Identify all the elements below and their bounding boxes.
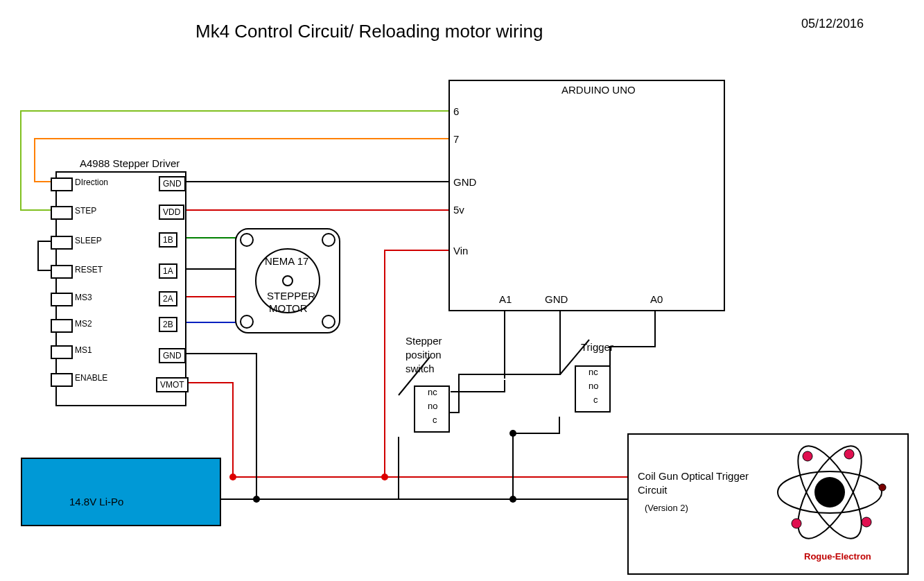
- driver-right-pin: 2A: [159, 291, 177, 306]
- svg-point-12: [862, 517, 871, 527]
- stepper-motor-icon: [229, 222, 347, 340]
- driver-right-pin: GND: [159, 348, 186, 363]
- driver-left-pin-label: RESET: [75, 265, 103, 275]
- driver-right-pin: GND: [159, 176, 186, 191]
- svg-point-2: [283, 276, 293, 286]
- driver-right-pin: 2B: [159, 317, 177, 332]
- atom-logo-icon: [766, 437, 894, 555]
- driver-left-pin-label: MS1: [75, 345, 92, 355]
- motor-label-line2: STEPPER: [267, 290, 315, 302]
- optical-brand: Rogue-Electron: [804, 551, 871, 562]
- driver-right-pin: VDD: [159, 205, 184, 220]
- driver-left-pin-label: DIrection: [75, 177, 108, 187]
- driver-left-pin-label: STEP: [75, 206, 96, 216]
- motor-label-line1: NEMA 17: [265, 255, 308, 267]
- switch-pin-c: c: [433, 415, 437, 425]
- svg-point-14: [803, 451, 812, 461]
- trigger-pin-c: c: [593, 394, 598, 405]
- battery-box: [21, 458, 221, 526]
- optical-version: (Version 2): [645, 503, 688, 513]
- trigger-pin-nc: nc: [589, 367, 598, 377]
- svg-point-15: [879, 484, 886, 491]
- svg-point-6: [322, 315, 335, 328]
- driver-right-pin: 1A: [159, 263, 177, 279]
- driver-left-pin-label: MS3: [75, 293, 92, 302]
- trigger-pin-no: no: [589, 381, 598, 391]
- trigger-switch-label: Trigger: [581, 341, 613, 353]
- driver-left-pin-label: SLEEP: [75, 236, 102, 245]
- svg-point-3: [241, 234, 253, 246]
- stepper-switch-label2: position: [406, 349, 442, 361]
- driver-right-pin: VMOT: [156, 377, 189, 392]
- optical-label-line1: Coil Gun Optical Trigger: [638, 470, 749, 482]
- switch-pin-nc: nc: [428, 387, 437, 397]
- svg-point-5: [241, 315, 253, 328]
- svg-point-10: [814, 477, 845, 508]
- battery-label: 14.8V Li-Po: [69, 496, 123, 508]
- stepper-switch-label3: switch: [406, 363, 435, 374]
- driver-left-pin-label: ENABLE: [75, 373, 107, 383]
- svg-point-13: [844, 449, 854, 459]
- driver-left-pin-label: MS2: [75, 319, 92, 329]
- motor-label-line3: MOTOR: [269, 302, 308, 314]
- svg-point-4: [322, 234, 335, 246]
- switch-pin-no: no: [428, 401, 437, 411]
- stepper-switch-label1: Stepper: [406, 335, 442, 347]
- optical-label-line2: Circuit: [638, 484, 668, 496]
- svg-point-11: [792, 519, 801, 528]
- driver-right-pin: 1B: [159, 232, 177, 248]
